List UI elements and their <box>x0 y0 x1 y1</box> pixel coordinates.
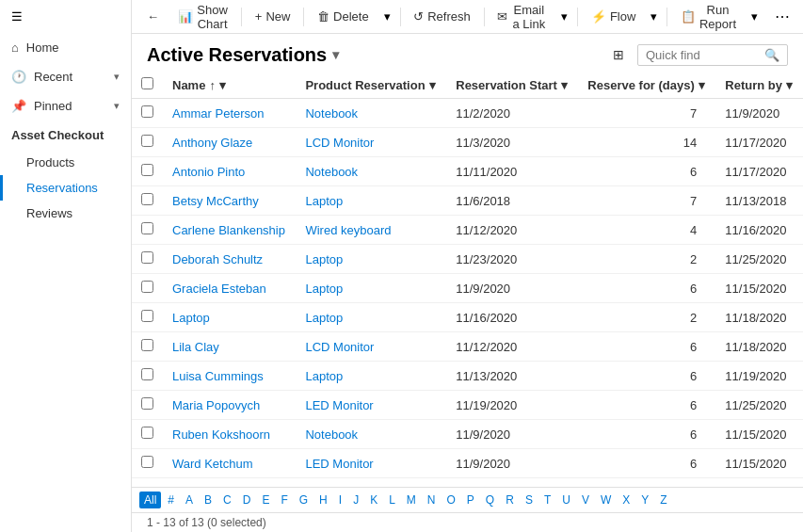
alpha-btn-h[interactable]: H <box>314 492 332 508</box>
table-row: Maria Popovych LED Monitor 11/19/2020 6 … <box>132 391 803 420</box>
alpha-btn-j[interactable]: J <box>348 492 363 508</box>
row-checkbox[interactable] <box>141 310 153 322</box>
alpha-btn-l[interactable]: L <box>384 492 400 508</box>
alpha-btn-c[interactable]: C <box>218 492 236 508</box>
alpha-btn-v[interactable]: V <box>577 492 594 508</box>
sidebar-item-pinned[interactable]: 📌 Pinned ▾ <box>0 91 131 121</box>
alpha-btn-k[interactable]: K <box>365 492 382 508</box>
product-link[interactable]: Notebook <box>305 427 358 442</box>
row-checkbox[interactable] <box>141 135 153 147</box>
delete-chevron[interactable]: ▾ <box>380 6 394 27</box>
alpha-btn-t[interactable]: T <box>539 492 555 508</box>
name-link[interactable]: Graciela Esteban <box>172 282 266 296</box>
alpha-btn-f[interactable]: F <box>276 492 292 508</box>
name-link[interactable]: Carlene Blankenship <box>172 223 285 237</box>
name-link[interactable]: Betsy McCarthy <box>172 194 259 208</box>
product-link[interactable]: Laptop <box>305 194 343 208</box>
row-checkbox[interactable] <box>141 281 153 293</box>
row-checkbox[interactable] <box>141 397 153 410</box>
sidebar-products-label: Products <box>26 155 74 169</box>
flow-chevron[interactable]: ▾ <box>647 6 661 27</box>
product-link[interactable]: LCD Monitor <box>305 136 374 150</box>
row-checkbox[interactable] <box>141 164 153 176</box>
run-report-chevron[interactable]: ▾ <box>747 6 762 27</box>
alpha-btn-s[interactable]: S <box>521 492 538 508</box>
alpha-btn-d[interactable]: D <box>238 492 256 508</box>
product-sort-icon[interactable]: ▾ <box>429 78 436 92</box>
alpha-btn-b[interactable]: B <box>200 492 217 508</box>
name-link[interactable]: Lila Clay <box>172 340 219 354</box>
search-icon[interactable]: 🔍 <box>764 48 779 62</box>
row-checkbox[interactable] <box>141 339 153 351</box>
product-link[interactable]: Wired keyboard <box>305 223 391 237</box>
row-return: 11/17/2020 <box>715 157 803 186</box>
email-link-button[interactable]: ✉ Email a Link <box>490 0 554 35</box>
days-sort-icon[interactable]: ▾ <box>699 78 705 92</box>
product-link[interactable]: LCD Monitor <box>305 340 374 354</box>
alpha-btn-p[interactable]: P <box>462 492 479 508</box>
alpha-btn-all[interactable]: All <box>139 492 161 508</box>
sidebar-item-products[interactable]: Products <box>0 150 131 175</box>
row-checkbox[interactable] <box>141 251 153 264</box>
alpha-btn-u[interactable]: U <box>557 492 575 508</box>
name-link[interactable]: Antonio Pinto <box>172 165 245 179</box>
refresh-button[interactable]: ↺ Refresh <box>406 6 478 27</box>
alpha-btn-m[interactable]: M <box>402 492 421 508</box>
back-button[interactable]: ← <box>139 6 167 27</box>
name-link[interactable]: Anthony Glaze <box>172 136 252 150</box>
product-link[interactable]: Laptop <box>305 252 343 266</box>
email-chevron[interactable]: ▾ <box>557 6 571 27</box>
alpha-btn-g[interactable]: G <box>295 492 313 508</box>
sidebar-item-reviews[interactable]: Reviews <box>0 201 131 226</box>
return-sort-icon[interactable]: ▾ <box>786 78 793 92</box>
select-all-checkbox[interactable] <box>141 77 153 89</box>
product-link[interactable]: LED Monitor <box>305 398 373 412</box>
alpha-btn-o[interactable]: O <box>442 492 460 508</box>
flow-button[interactable]: ⚡ Flow <box>584 6 643 27</box>
product-link[interactable]: Laptop <box>305 282 343 296</box>
new-button[interactable]: + New <box>248 6 298 27</box>
alpha-btn-r[interactable]: R <box>501 492 519 508</box>
run-report-button[interactable]: 📋 Run Report <box>673 0 744 35</box>
alpha-btn-n[interactable]: N <box>423 492 441 508</box>
product-link[interactable]: Notebook <box>305 165 358 179</box>
alpha-btn-e[interactable]: E <box>257 492 274 508</box>
name-link[interactable]: Ammar Peterson <box>172 106 265 121</box>
product-link[interactable]: Notebook <box>305 106 358 121</box>
row-checkbox[interactable] <box>141 105 153 118</box>
alpha-btn-x[interactable]: X <box>618 492 634 508</box>
filter-icon[interactable]: ⊞ <box>607 43 630 66</box>
product-link[interactable]: LED Monitor <box>305 457 373 471</box>
alpha-btn-z[interactable]: Z <box>655 492 671 508</box>
name-sort-icon[interactable]: ↑ ▾ <box>209 78 225 92</box>
alpha-btn-q[interactable]: Q <box>481 492 499 508</box>
row-checkbox[interactable] <box>141 222 153 234</box>
name-link[interactable]: Maria Popovych <box>172 398 260 412</box>
alpha-btn-w[interactable]: W <box>596 492 616 508</box>
name-link[interactable]: Ward Ketchum <box>172 457 253 471</box>
name-link[interactable]: Laptop <box>172 311 210 325</box>
hamburger-menu[interactable]: ☰ <box>0 0 131 33</box>
delete-button[interactable]: 🗑 Delete <box>310 6 377 27</box>
view-title-chevron-icon[interactable]: ▾ <box>332 47 339 62</box>
alpha-btn-#[interactable]: # <box>163 492 179 508</box>
product-link[interactable]: Laptop <box>305 311 343 325</box>
search-input[interactable] <box>646 48 759 62</box>
name-link[interactable]: Luisa Cummings <box>172 369 264 383</box>
name-link[interactable]: Ruben Kokshoorn <box>172 427 270 442</box>
alpha-btn-i[interactable]: I <box>334 492 346 508</box>
row-checkbox[interactable] <box>141 368 153 380</box>
alpha-btn-a[interactable]: A <box>181 492 198 508</box>
show-chart-button[interactable]: 📊 Show Chart <box>170 0 235 35</box>
more-actions-button[interactable]: ⋯ <box>769 4 795 29</box>
sidebar-item-recent[interactable]: 🕐 Recent ▾ <box>0 62 131 91</box>
name-link[interactable]: Deborah Schultz <box>172 252 263 266</box>
product-link[interactable]: Laptop <box>305 369 343 383</box>
sidebar-item-home[interactable]: ⌂ Home <box>0 33 131 62</box>
row-checkbox[interactable] <box>141 427 153 439</box>
start-sort-icon[interactable]: ▾ <box>561 78 568 92</box>
row-checkbox[interactable] <box>141 193 153 205</box>
alpha-btn-y[interactable]: Y <box>636 492 653 508</box>
row-checkbox[interactable] <box>141 456 153 468</box>
sidebar-item-reservations[interactable]: Reservations <box>0 175 131 201</box>
